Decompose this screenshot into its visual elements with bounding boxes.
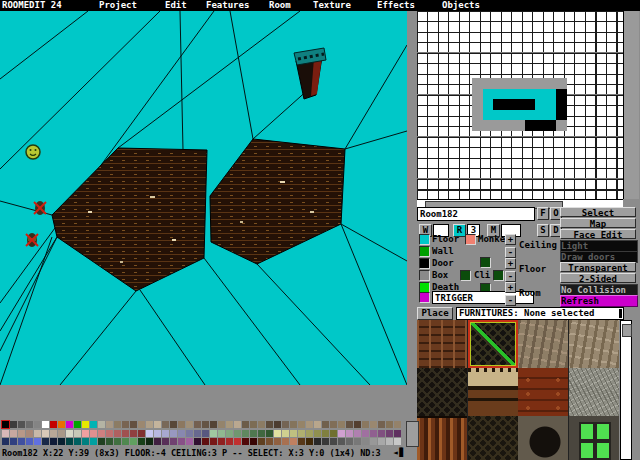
texture-tile-speckled-stone[interactable] <box>569 368 619 416</box>
palette-swatch[interactable] <box>218 421 225 428</box>
minimap-sector[interactable] <box>504 120 515 131</box>
minimap-sector[interactable] <box>525 89 536 100</box>
minimap-sector[interactable] <box>514 89 525 100</box>
palette-swatch[interactable] <box>26 438 33 445</box>
palette-swatch[interactable] <box>74 438 81 445</box>
menu-effects[interactable]: Effects <box>377 0 415 11</box>
palette-swatch[interactable] <box>282 430 289 437</box>
palette-swatch[interactable] <box>218 438 225 445</box>
minimap-sector[interactable] <box>535 89 546 100</box>
palette-swatch[interactable] <box>274 430 281 437</box>
minimap-sector[interactable] <box>514 120 525 131</box>
palette-swatch[interactable] <box>258 430 265 437</box>
palette-swatch[interactable] <box>234 421 241 428</box>
texture-tile-bookshelf[interactable] <box>417 416 467 460</box>
climb-north-checkbox[interactable] <box>480 257 491 268</box>
light-sprite-icon[interactable] <box>26 145 40 159</box>
palette-swatch[interactable] <box>322 421 329 428</box>
palette-swatch[interactable] <box>50 430 57 437</box>
palette-swatch[interactable] <box>82 430 89 437</box>
minimap-sector[interactable] <box>546 78 557 89</box>
palette-swatch[interactable] <box>210 430 217 437</box>
palette-swatch[interactable] <box>114 438 121 445</box>
palette-swatch[interactable] <box>258 421 265 428</box>
palette-swatch[interactable] <box>234 438 241 445</box>
texture-tile-dark-lattice-a[interactable] <box>417 368 467 416</box>
palette-swatch[interactable] <box>362 430 369 437</box>
texture-tile-stone-wall-a[interactable] <box>518 320 568 368</box>
palette-swatch[interactable] <box>202 438 209 445</box>
ceiling-plus-button[interactable]: + <box>505 234 516 245</box>
trigger-checkbox[interactable] <box>419 292 430 303</box>
room-minus-button[interactable]: - <box>505 295 516 306</box>
texture-vscroll-thumb[interactable] <box>622 324 632 337</box>
minimap-sector[interactable] <box>472 99 483 110</box>
palette-swatch[interactable] <box>210 421 217 428</box>
texture-tile-green-window[interactable] <box>569 416 619 460</box>
room-floor-right[interactable] <box>210 139 345 264</box>
palette-swatch[interactable] <box>306 438 313 445</box>
minimap-sector[interactable] <box>546 110 557 121</box>
palette-swatch[interactable] <box>138 421 145 428</box>
palette-swatch[interactable] <box>50 421 57 428</box>
palette-swatch[interactable] <box>186 421 193 428</box>
palette-swatch[interactable] <box>2 430 9 437</box>
palette-swatch[interactable] <box>162 421 169 428</box>
palette-swatch[interactable] <box>186 438 193 445</box>
palette-swatch[interactable] <box>386 438 393 445</box>
palette-swatch[interactable] <box>314 421 321 428</box>
palette-swatch[interactable] <box>282 421 289 428</box>
palette-swatch[interactable] <box>202 421 209 428</box>
palette-swatch[interactable] <box>154 430 161 437</box>
palette-swatch[interactable] <box>130 438 137 445</box>
minimap-sector[interactable] <box>483 78 494 89</box>
minimap-sector[interactable] <box>483 110 494 121</box>
minimap-sector[interactable] <box>504 89 515 100</box>
menu-features[interactable]: Features <box>206 0 249 11</box>
palette-swatch[interactable] <box>50 438 57 445</box>
palette-swatch[interactable] <box>338 438 345 445</box>
room-plus-button[interactable]: + <box>505 282 516 293</box>
s-button[interactable]: S <box>537 224 549 237</box>
palette-swatch[interactable] <box>346 421 353 428</box>
climb-east-checkbox[interactable] <box>493 270 504 281</box>
palette-swatch[interactable] <box>154 421 161 428</box>
minimap-sector[interactable] <box>546 99 557 110</box>
palette-swatch[interactable] <box>194 421 201 428</box>
minimap-sector[interactable] <box>546 89 557 100</box>
map-button[interactable]: Map <box>560 218 636 228</box>
palette-swatch[interactable] <box>250 421 257 428</box>
palette-swatch[interactable] <box>298 430 305 437</box>
palette-swatch[interactable] <box>26 421 33 428</box>
palette-swatch[interactable] <box>386 430 393 437</box>
palette-swatch[interactable] <box>66 421 73 428</box>
palette-swatch[interactable] <box>98 421 105 428</box>
palette-swatch[interactable] <box>10 430 17 437</box>
menu-project[interactable]: Project <box>99 0 137 11</box>
object-marker-icon[interactable] <box>34 201 46 215</box>
minimap-sector[interactable] <box>556 110 567 121</box>
menu-room[interactable]: Room <box>269 0 291 11</box>
palette-swatch[interactable] <box>10 438 17 445</box>
palette-swatch[interactable] <box>338 421 345 428</box>
minimap-sector[interactable] <box>525 99 536 110</box>
palette-swatch[interactable] <box>266 438 273 445</box>
palette-swatch[interactable] <box>82 438 89 445</box>
palette-swatch[interactable] <box>226 430 233 437</box>
palette-swatch[interactable] <box>106 421 113 428</box>
palette-swatch[interactable] <box>322 430 329 437</box>
minimap-vscrollbar[interactable] <box>623 11 639 199</box>
minimap-sector[interactable] <box>535 120 546 131</box>
2-sided-button[interactable]: 2-Sided <box>560 273 636 283</box>
palette-swatch[interactable] <box>330 421 337 428</box>
palette-swatch[interactable] <box>154 438 161 445</box>
palette-swatch[interactable] <box>370 438 377 445</box>
menu-edit[interactable]: Edit <box>165 0 187 11</box>
palette-swatch[interactable] <box>178 430 185 437</box>
minimap-sector[interactable] <box>556 89 567 100</box>
palette-swatch[interactable] <box>370 430 377 437</box>
minimap-sector[interactable] <box>535 110 546 121</box>
palette-swatch[interactable] <box>386 421 393 428</box>
palette-swatch[interactable] <box>242 430 249 437</box>
palette-swatch[interactable] <box>90 430 97 437</box>
